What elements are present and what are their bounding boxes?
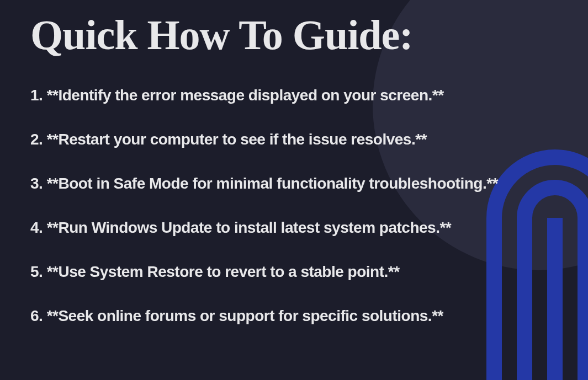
step-item: 5. **Use System Restore to revert to a s… [30,263,558,281]
step-item: 1. **Identify the error message displaye… [30,87,558,104]
steps-list: 1. **Identify the error message displaye… [30,87,558,325]
step-item: 3. **Boot in Safe Mode for minimal funct… [30,175,558,192]
step-item: 2. **Restart your computer to see if the… [30,131,558,148]
step-item: 6. **Seek online forums or support for s… [30,307,558,325]
page-title: Quick How To Guide: [30,11,558,59]
step-item: 4. **Run Windows Update to install lates… [30,219,558,237]
content-area: Quick How To Guide: 1. **Identify the er… [0,0,588,336]
